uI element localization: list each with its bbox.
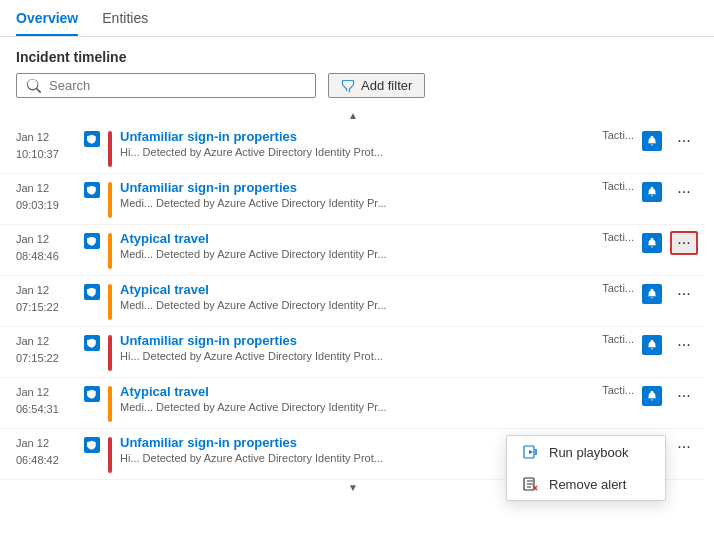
severity-bar	[108, 386, 112, 422]
remove-alert-label: Remove alert	[549, 477, 626, 492]
severity-bar	[108, 284, 112, 320]
incident-title: Unfamiliar sign-in properties	[120, 333, 594, 348]
incident-meta: Medi... Detected by Azure Active Directo…	[120, 248, 594, 260]
incident-info[interactable]: Unfamiliar sign-in properties Hi... Dete…	[120, 333, 594, 362]
filter-icon	[341, 79, 355, 93]
date-col: Jan 12 06:54:31	[16, 384, 76, 417]
shield-icon	[84, 233, 100, 249]
severity-bar	[108, 182, 112, 218]
playbook-icon	[523, 444, 539, 460]
incident-title: Atypical travel	[120, 282, 594, 297]
date-col: Jan 12 07:15:22	[16, 333, 76, 366]
run-playbook-menu-item[interactable]: Run playbook	[507, 436, 665, 468]
search-input[interactable]	[49, 78, 305, 93]
severity-bar	[108, 335, 112, 371]
shield-icon	[84, 284, 100, 300]
shield-icon	[84, 335, 100, 351]
alert-icon	[642, 386, 662, 406]
table-row: Jan 12 09:03:19 Unfamiliar sign-in prope…	[0, 174, 706, 225]
table-row: Jan 12 10:10:37 Unfamiliar sign-in prope…	[0, 123, 706, 174]
incident-meta: Hi... Detected by Azure Active Directory…	[120, 146, 594, 158]
severity-bar	[108, 233, 112, 269]
run-playbook-label: Run playbook	[549, 445, 629, 460]
shield-icon	[84, 182, 100, 198]
tab-bar: Overview Entities	[0, 0, 714, 37]
tab-entities[interactable]: Entities	[102, 0, 148, 36]
severity-bar	[108, 131, 112, 167]
incident-title: Unfamiliar sign-in properties	[120, 180, 594, 195]
more-button[interactable]: ···	[670, 435, 698, 459]
table-row: Jan 12 08:48:46 Atypical travel Medi... …	[0, 225, 706, 276]
search-box[interactable]	[16, 73, 316, 98]
more-button[interactable]: ···	[670, 282, 698, 306]
incident-meta: Medi... Detected by Azure Active Directo…	[120, 401, 594, 413]
toolbar: Add filter	[0, 73, 714, 108]
more-button[interactable]: ···	[670, 180, 698, 204]
date-col: Jan 12 08:48:46	[16, 231, 76, 264]
remove-alert-menu-item[interactable]: Remove alert	[507, 468, 665, 500]
incident-info[interactable]: Atypical travel Medi... Detected by Azur…	[120, 231, 594, 260]
tactic-badge: Tacti...	[602, 129, 634, 141]
incident-info[interactable]: Atypical travel Medi... Detected by Azur…	[120, 384, 594, 413]
incident-info[interactable]: Unfamiliar sign-in properties Hi... Dete…	[120, 129, 594, 158]
more-button[interactable]: ···	[670, 384, 698, 408]
alert-icon	[642, 335, 662, 355]
tactic-badge: Tacti...	[602, 180, 634, 192]
more-button-active[interactable]: ···	[670, 231, 698, 255]
tactic-badge: Tacti...	[602, 384, 634, 396]
remove-icon	[523, 476, 539, 492]
table-row: Jan 12 06:54:31 Atypical travel Medi... …	[0, 378, 706, 429]
incident-info[interactable]: Atypical travel Medi... Detected by Azur…	[120, 282, 594, 311]
incident-title: Unfamiliar sign-in properties	[120, 129, 594, 144]
more-button[interactable]: ···	[670, 129, 698, 153]
incident-meta: Medi... Detected by Azure Active Directo…	[120, 197, 594, 209]
date-col: Jan 12 10:10:37	[16, 129, 76, 162]
shield-icon	[84, 386, 100, 402]
shield-icon	[84, 131, 100, 147]
incident-meta: Hi... Detected by Azure Active Directory…	[120, 350, 594, 362]
date-col: Jan 12 07:15:22	[16, 282, 76, 315]
scroll-up-arrow[interactable]: ▲	[0, 108, 706, 123]
table-row: Jan 12 07:15:22 Atypical travel Medi... …	[0, 276, 706, 327]
more-button[interactable]: ···	[670, 333, 698, 357]
date-col: Jan 12 09:03:19	[16, 180, 76, 213]
add-filter-label: Add filter	[361, 78, 412, 93]
severity-bar	[108, 437, 112, 473]
incident-info[interactable]: Unfamiliar sign-in properties Medi... De…	[120, 180, 594, 209]
search-icon	[27, 79, 41, 93]
alert-icon	[642, 233, 662, 253]
alert-icon	[642, 182, 662, 202]
date-col: Jan 12 06:48:42	[16, 435, 76, 468]
section-title: Incident timeline	[0, 37, 714, 73]
incident-meta: Medi... Detected by Azure Active Directo…	[120, 299, 594, 311]
tactic-badge: Tacti...	[602, 282, 634, 294]
incident-title: Atypical travel	[120, 231, 594, 246]
alert-icon	[642, 284, 662, 304]
shield-icon	[84, 437, 100, 453]
tab-overview[interactable]: Overview	[16, 0, 78, 36]
context-menu: Run playbook Remove alert	[506, 435, 666, 501]
tactic-badge: Tacti...	[602, 231, 634, 243]
tactic-badge: Tacti...	[602, 333, 634, 345]
timeline-list: ▲ Jan 12 10:10:37 Unfamiliar sign-in pro…	[0, 108, 714, 528]
add-filter-button[interactable]: Add filter	[328, 73, 425, 98]
table-row: Jan 12 07:15:22 Unfamiliar sign-in prope…	[0, 327, 706, 378]
incident-title: Atypical travel	[120, 384, 594, 399]
alert-icon	[642, 131, 662, 151]
